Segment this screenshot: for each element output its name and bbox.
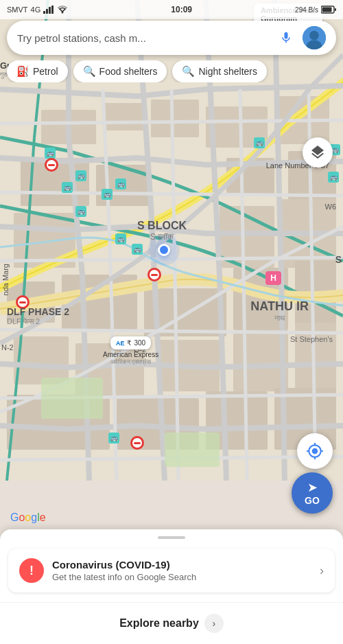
user-location-dot — [158, 244, 170, 256]
chip-night-label: Night shelters — [198, 66, 257, 77]
status-left: SMVT 4G — [7, 5, 68, 14]
dlf-label: DLF PHASE 2 DLF फेस 2 — [7, 306, 69, 326]
s-block-en: S BLOCK — [137, 220, 187, 232]
filter-chips: ⛽ Petrol 🔍 Food shelters 🔍 Night shelter… — [0, 60, 343, 82]
bus-stop-8: 🚌 — [254, 137, 265, 148]
svg-rect-36 — [322, 8, 332, 12]
go-arrow-icon: ➤ — [307, 480, 318, 495]
st-stephens-label: St Stephen's — [290, 335, 333, 343]
battery-icon — [321, 5, 336, 14]
svg-rect-35 — [335, 8, 336, 11]
bus-stop-7: 🚌 — [132, 244, 143, 255]
sheet-handle — [158, 536, 185, 539]
svg-rect-18 — [14, 336, 69, 384]
explore-arrow-icon: › — [204, 614, 224, 633]
svg-point-38 — [309, 31, 319, 41]
status-right: 294 B/s — [295, 5, 336, 14]
explore-nearby-section[interactable]: Explore nearby › — [0, 602, 343, 644]
n2-label: N-2 — [1, 343, 14, 352]
go-label: GO — [305, 495, 320, 506]
go-button[interactable]: ➤ GO — [292, 472, 333, 514]
bus-stop-12: 🚌 — [108, 433, 119, 444]
covid-alert-icon: ! — [19, 558, 44, 583]
status-time: 10:09 — [171, 5, 192, 14]
s-block-hindi: S ब्लॉक — [137, 232, 187, 242]
location-icon — [306, 442, 324, 460]
chip-petrol-label: Petrol — [33, 66, 58, 77]
chip-food-label: Food shelters — [99, 66, 158, 77]
covid-subtitle: Get the latest info on Google Search — [52, 572, 311, 582]
google-g: G — [10, 511, 19, 523]
no-entry-1 — [45, 158, 58, 172]
covid-chevron-icon: › — [320, 564, 324, 578]
bus-stop-11: 🚌 — [75, 206, 86, 217]
user-avatar[interactable] — [303, 26, 326, 49]
search-bar[interactable]: Try petrol stations, cash m... — [7, 21, 336, 55]
s-block-label: S BLOCK S ब्लॉक — [137, 220, 187, 242]
nathupir-hindi: नाथ — [250, 314, 309, 323]
amex-price: ₹ — [127, 339, 131, 347]
svg-point-33 — [62, 12, 64, 14]
google-logo: Google — [10, 511, 46, 524]
google-e: e — [40, 511, 46, 523]
svg-rect-32 — [51, 5, 54, 14]
mic-button[interactable] — [275, 27, 297, 49]
covid-text-area: Coronavirus (COVID-19) Get the latest in… — [52, 559, 311, 582]
bus-stop-5: 🚌 — [115, 179, 126, 189]
amex-pin[interactable]: AE ₹ 300 American Express अमेरिकन एक्सप्… — [103, 336, 158, 366]
svg-rect-2 — [103, 103, 144, 130]
explore-label: Explore nearby — [119, 617, 199, 630]
signal-icon — [43, 5, 54, 14]
bus-stop-1: 🚌 — [45, 148, 56, 159]
no-entry-3 — [147, 268, 161, 281]
svg-rect-27 — [41, 378, 103, 419]
svg-rect-30 — [46, 9, 48, 14]
svg-rect-28 — [165, 433, 220, 467]
marg-label: nda Marg — [1, 264, 10, 295]
nathupir-label: NATHU IR नाथ — [250, 299, 309, 323]
hotel-pin[interactable]: H — [265, 271, 281, 284]
svg-rect-29 — [43, 11, 45, 14]
bus-stop-2: 🚌 — [62, 182, 73, 193]
nathupir-en: NATHU IR — [250, 299, 309, 314]
google-o2: o — [25, 511, 31, 523]
s-label: S — [335, 254, 342, 265]
covid-title: Coronavirus (COVID-19) — [52, 559, 311, 571]
hotel-icon: H — [265, 271, 281, 285]
petrol-icon: ⛽ — [16, 65, 29, 78]
svg-rect-31 — [49, 7, 51, 14]
covid-card[interactable]: ! Coronavirus (COVID-19) Get the latest … — [8, 549, 335, 593]
layers-icon — [309, 144, 326, 161]
food-search-icon: 🔍 — [83, 65, 96, 78]
wifi-icon — [57, 5, 68, 14]
bus-stop-3: 🚌 — [75, 170, 86, 181]
search-placeholder: Try petrol stations, cash m... — [17, 32, 275, 44]
status-bar: SMVT 4G 10:09 294 B/s — [0, 0, 343, 19]
data-speed: 294 B/s — [295, 6, 318, 14]
bus-stop-10: 🚌 — [328, 172, 339, 183]
amex-label-hi: अमेरिकन एक्सप्रेस — [110, 358, 152, 366]
amex-label-en: American Express — [103, 351, 158, 358]
carrier-label: SMVT — [7, 5, 28, 14]
location-button[interactable] — [297, 433, 333, 469]
bottom-sheet: ! Coronavirus (COVID-19) Get the latest … — [0, 529, 343, 644]
chip-night-shelters[interactable]: 🔍 Night shelters — [172, 60, 267, 82]
chip-petrol[interactable]: ⛽ Petrol — [7, 60, 68, 82]
google-g2: g — [31, 511, 37, 523]
amex-price-val: 300 — [134, 339, 145, 347]
svg-rect-3 — [151, 100, 199, 137]
layers-button[interactable] — [303, 137, 333, 168]
dlf-hindi: DLF फेस 2 — [7, 317, 69, 326]
night-search-icon: 🔍 — [182, 65, 195, 78]
no-entry-4 — [130, 436, 144, 450]
dlf-en: DLF PHASE 2 — [7, 306, 69, 317]
w6-label: W6 — [325, 203, 337, 211]
network-type: 4G — [31, 5, 41, 14]
chip-food-shelters[interactable]: 🔍 Food shelters — [73, 60, 167, 82]
bus-stop-6: 🚌 — [115, 233, 126, 244]
bus-stop-4: 🚌 — [102, 189, 113, 200]
